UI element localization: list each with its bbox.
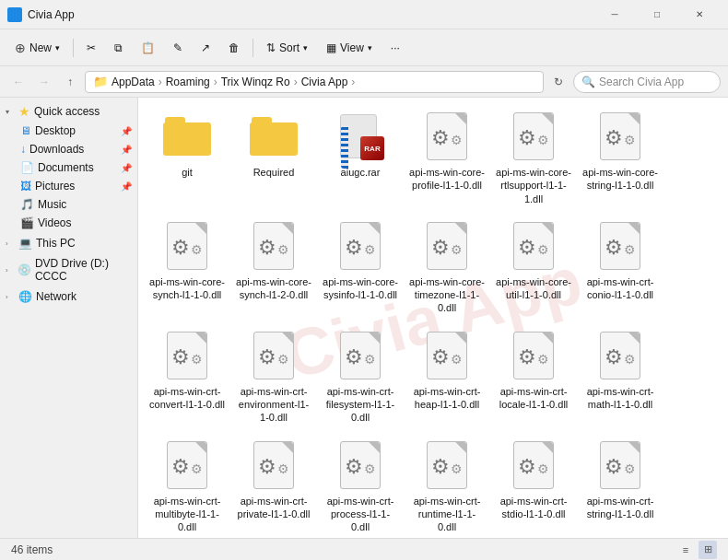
sidebar-item-pictures[interactable]: 🖼 Pictures 📌 <box>0 177 137 195</box>
file-item[interactable]: ⚙⚙ api-ms-win-crt-environment-l1-1-0.dll <box>232 324 315 430</box>
more-button[interactable]: ··· <box>383 38 407 58</box>
file-label: api-ms-win-crt-convert-l1-1-0.dll <box>149 385 225 412</box>
file-item[interactable]: ⚙⚙ api-ms-win-core-synch-l1-2-0.dll <box>232 215 315 321</box>
path-sep-4: › <box>351 76 355 88</box>
file-item[interactable]: ⚙⚙ api-ms-win-crt-process-l1-1-0.dll <box>319 434 402 538</box>
close-button[interactable]: ✕ <box>678 0 721 29</box>
delete-button[interactable]: 🗑 <box>221 38 247 58</box>
music-icon: 🎵 <box>20 198 34 211</box>
pictures-label: Pictures <box>35 180 75 192</box>
copy-button[interactable]: ⧉ <box>107 38 130 58</box>
videos-icon: 🎬 <box>20 216 34 229</box>
file-label: api-ms-win-core-util-l1-1-0.dll <box>496 275 571 302</box>
status-bar: 46 items ≡ ⊞ <box>0 538 728 560</box>
file-item[interactable]: ⚙⚙ api-ms-win-crt-heap-l1-1-0.dll <box>405 324 488 430</box>
sidebar-item-documents[interactable]: 📄 Documents 📌 <box>0 158 137 177</box>
address-bar: ← → ↑ 📁 AppData › Roaming › Trix Winqz R… <box>0 66 728 98</box>
desktop-label: Desktop <box>35 124 76 137</box>
window-controls: ─ □ ✕ <box>593 0 721 29</box>
file-label: Required <box>253 166 295 179</box>
folder-icon <box>163 117 211 156</box>
path-sep-2: › <box>214 76 217 88</box>
file-item[interactable]: ⚙⚙ api-ms-win-crt-locale-l1-1-0.dll <box>492 324 575 430</box>
rename-button[interactable]: ✎ <box>166 38 190 58</box>
toolbar-separator-2 <box>252 39 253 57</box>
forward-button[interactable]: → <box>33 71 55 93</box>
file-item[interactable]: ⚙⚙ api-ms-win-core-sysinfo-l1-1-0.dll <box>319 215 402 321</box>
file-item[interactable]: ⚙⚙ api-ms-win-crt-conio-l1-1-0.dll <box>579 215 662 321</box>
new-button[interactable]: ⊕ New ▾ <box>7 37 67 59</box>
dll-icon: ⚙⚙ <box>167 222 207 270</box>
file-label: api-ms-win-crt-environment-l1-1-0.dll <box>236 385 311 425</box>
file-item[interactable]: ⚙⚙ api-ms-win-crt-string-l1-1-0.dll <box>579 434 662 538</box>
music-label: Music <box>38 198 66 211</box>
file-label: api-ms-win-core-timezone-l1-1-0.dll <box>409 275 485 315</box>
sidebar-item-desktop[interactable]: 🖥 Desktop 📌 <box>0 122 137 140</box>
dll-icon: ⚙⚙ <box>427 332 467 379</box>
file-label: api-ms-win-crt-math-l1-1-0.dll <box>582 385 658 412</box>
file-label: api-ms-win-crt-multibyte-l1-1-0.dll <box>149 495 225 534</box>
view-chevron-icon: ▾ <box>368 43 372 52</box>
file-item[interactable]: ⚙⚙ api-ms-win-crt-runtime-l1-1-0.dll <box>405 434 488 538</box>
delete-icon: 🗑 <box>229 41 240 54</box>
list-view-button[interactable]: ≡ <box>676 541 695 559</box>
file-item[interactable]: ⚙⚙ api-ms-win-crt-multibyte-l1-1-0.dll <box>146 434 229 538</box>
sidebar-dvd-header[interactable]: › 💿 DVD Drive (D:) CCCC <box>0 254 137 286</box>
network-label: Network <box>36 290 76 303</box>
file-item[interactable]: RAR aiugc.rar <box>319 105 402 211</box>
file-item[interactable]: ⚙⚙ api-ms-win-core-timezone-l1-1-0.dll <box>405 215 488 321</box>
rar-icon: RAR <box>336 112 384 160</box>
file-item[interactable]: ⚙⚙ api-ms-win-core-synch-l1-1-0.dll <box>146 215 229 321</box>
dll-icon: ⚙⚙ <box>513 112 554 160</box>
sort-button[interactable]: ⇅ Sort ▾ <box>259 38 315 58</box>
path-part-4: Civia App <box>301 76 348 88</box>
new-icon: ⊕ <box>15 41 26 55</box>
desktop-icon: 🖥 <box>20 124 31 137</box>
file-icon-container: ⚙⚙ <box>594 111 646 162</box>
file-item[interactable]: ⚙⚙ api-ms-win-core-rtlsupport-l1-1-1.dll <box>492 105 575 211</box>
sidebar-section-quick-access: ▾ ★ Quick access 🖥 Desktop 📌 ↓ Downloads… <box>0 101 137 232</box>
file-item[interactable]: ⚙⚙ api-ms-win-core-string-l1-1-0.dll <box>579 105 662 211</box>
sidebar-item-music[interactable]: 🎵 Music <box>0 195 137 214</box>
dll-icon: ⚙⚙ <box>253 222 294 270</box>
sidebar-item-downloads[interactable]: ↓ Downloads 📌 <box>0 140 137 158</box>
cut-button[interactable]: ✂ <box>79 38 103 58</box>
grid-view-button[interactable]: ⊞ <box>699 541 717 559</box>
sidebar-section-network: › 🌐 Network <box>0 287 137 306</box>
sidebar-network-header[interactable]: › 🌐 Network <box>0 287 137 306</box>
dll-icon: ⚙⚙ <box>513 441 554 489</box>
this-pc-label: This PC <box>36 237 76 250</box>
back-button[interactable]: ← <box>7 71 29 93</box>
minimize-button[interactable]: ─ <box>593 0 636 29</box>
file-item[interactable]: ⚙⚙ api-ms-win-crt-math-l1-1-0.dll <box>579 324 662 430</box>
this-pc-arrow-icon: › <box>6 239 15 248</box>
file-item[interactable]: git <box>146 105 229 211</box>
file-item[interactable]: ⚙⚙ api-ms-win-core-util-l1-1-0.dll <box>492 215 575 321</box>
file-item[interactable]: ⚙⚙ api-ms-win-crt-private-l1-1-0.dll <box>232 434 315 538</box>
file-label: api-ms-win-core-synch-l1-1-0.dll <box>149 275 225 302</box>
file-item[interactable]: ⚙⚙ api-ms-win-crt-filesystem-l1-1-0.dll <box>319 324 402 430</box>
file-item[interactable]: ⚙⚙ api-ms-win-crt-convert-l1-1-0.dll <box>146 324 229 430</box>
search-box[interactable]: 🔍 Search Civia App <box>573 71 721 93</box>
sidebar-this-pc-header[interactable]: › 💻 This PC <box>0 234 137 252</box>
sidebar-quick-access-header[interactable]: ▾ ★ Quick access <box>0 101 137 122</box>
file-item[interactable]: ⚙⚙ api-ms-win-core-profile-l1-1-0.dll <box>405 105 488 211</box>
file-icon-container: ⚙⚙ <box>161 439 213 491</box>
sidebar-item-videos[interactable]: 🎬 Videos <box>0 214 137 232</box>
paste-icon: 📋 <box>141 41 155 54</box>
share-button[interactable]: ↗ <box>194 38 217 58</box>
file-label: api-ms-win-core-profile-l1-1-0.dll <box>409 166 485 192</box>
paste-button[interactable]: 📋 <box>134 38 162 58</box>
refresh-button[interactable]: ↻ <box>547 71 569 93</box>
file-item[interactable]: ⚙⚙ api-ms-win-crt-stdio-l1-1-0.dll <box>492 434 575 538</box>
view-button[interactable]: ▦ View ▾ <box>319 38 380 58</box>
dll-icon: ⚙⚙ <box>600 441 640 489</box>
dll-icon: ⚙⚙ <box>513 222 554 270</box>
maximize-button[interactable]: □ <box>636 0 678 29</box>
file-icon-container: ⚙⚙ <box>508 220 559 272</box>
share-icon: ↗ <box>201 41 210 54</box>
up-button[interactable]: ↑ <box>59 71 81 93</box>
address-path[interactable]: 📁 AppData › Roaming › Trix Winqz Ro › Ci… <box>85 71 544 93</box>
path-folder-icon: 📁 <box>93 75 108 88</box>
file-item[interactable]: Required <box>232 105 315 211</box>
